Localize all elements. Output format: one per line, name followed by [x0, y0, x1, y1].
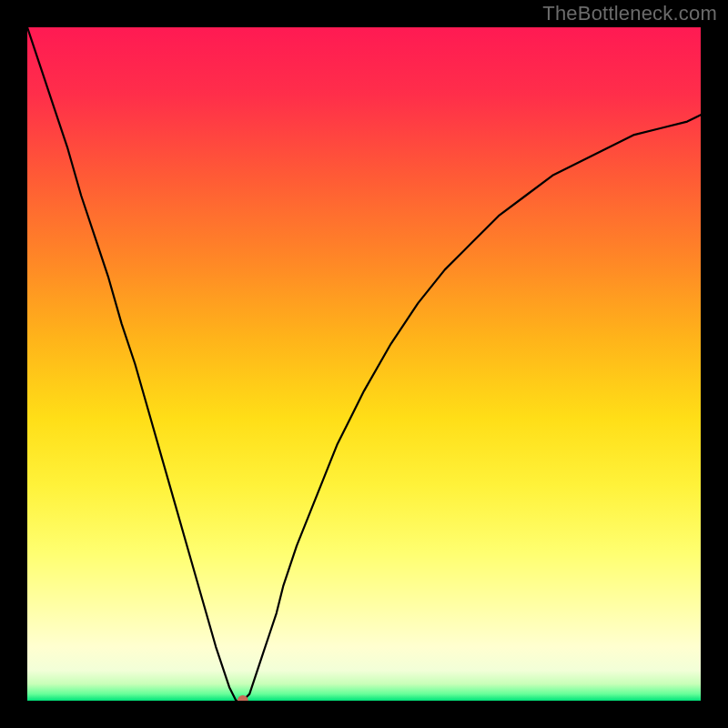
watermark-text: TheBottleneck.com	[542, 2, 717, 25]
chart-page: TheBottleneck.com	[0, 0, 728, 728]
bottleneck-chart	[27, 27, 701, 701]
plot-frame	[27, 27, 701, 701]
plot-background	[27, 27, 701, 701]
